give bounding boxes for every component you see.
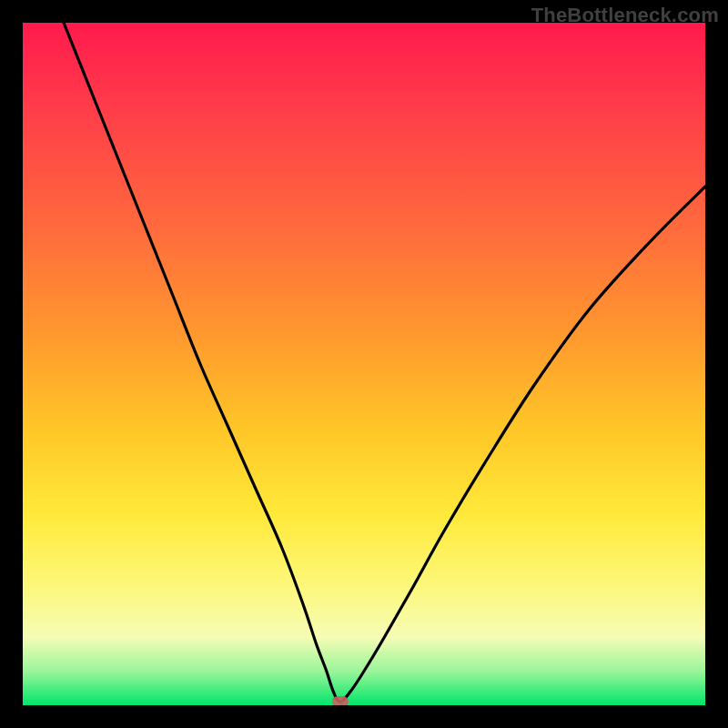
optimum-marker	[332, 696, 349, 706]
chart-frame: TheBottleneck.com	[0, 0, 728, 728]
bottleneck-curve	[64, 23, 705, 702]
curve-svg	[23, 23, 705, 705]
plot-area	[23, 23, 705, 705]
watermark-text: TheBottleneck.com	[531, 4, 719, 27]
